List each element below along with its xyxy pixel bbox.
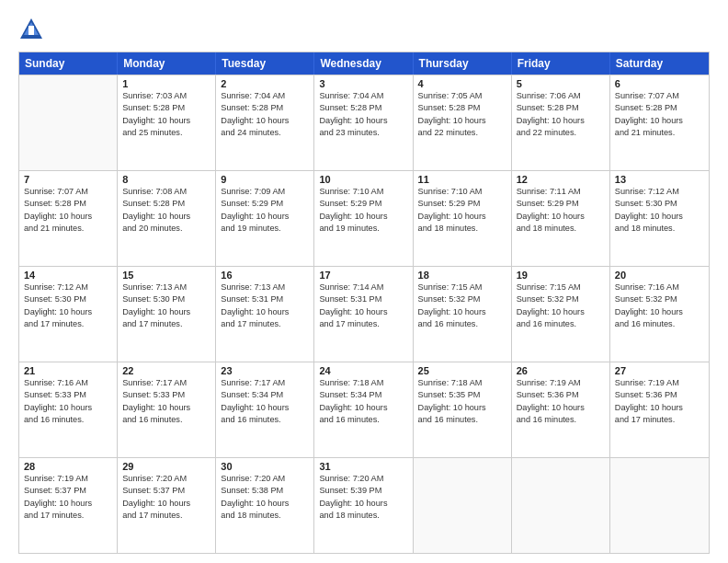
day-number: 1 [122,78,210,89]
day-cell-empty-0-0 [19,75,118,170]
day-number: 6 [615,78,704,89]
day-cell-5: 5Sunrise: 7:06 AM Sunset: 5:28 PM Daylig… [512,75,610,170]
day-info: Sunrise: 7:03 AM Sunset: 5:28 PM Dayligh… [122,90,210,139]
day-cell-19: 19Sunrise: 7:15 AM Sunset: 5:32 PM Dayli… [512,267,610,362]
day-cell-empty-4-4 [414,458,512,553]
day-number: 16 [221,270,309,281]
day-number: 13 [615,174,704,185]
day-info: Sunrise: 7:17 AM Sunset: 5:34 PM Dayligh… [221,377,309,426]
day-cell-1: 1Sunrise: 7:03 AM Sunset: 5:28 PM Daylig… [118,75,216,170]
day-info: Sunrise: 7:16 AM Sunset: 5:32 PM Dayligh… [615,282,704,330]
day-cell-empty-4-6 [610,458,709,553]
day-cell-30: 30Sunrise: 7:20 AM Sunset: 5:38 PM Dayli… [216,458,314,553]
day-number: 19 [517,270,605,281]
day-number: 4 [418,78,506,89]
day-cell-3: 3Sunrise: 7:04 AM Sunset: 5:28 PM Daylig… [314,75,413,170]
day-cell-31: 31Sunrise: 7:20 AM Sunset: 5:39 PM Dayli… [314,458,413,553]
day-number: 29 [122,461,210,472]
day-info: Sunrise: 7:10 AM Sunset: 5:29 PM Dayligh… [319,186,407,235]
day-cell-2: 2Sunrise: 7:04 AM Sunset: 5:28 PM Daylig… [216,75,314,170]
week-row-4: 28Sunrise: 7:19 AM Sunset: 5:37 PM Dayli… [19,457,709,553]
day-cell-26: 26Sunrise: 7:19 AM Sunset: 5:36 PM Dayli… [512,362,610,457]
day-cell-23: 23Sunrise: 7:17 AM Sunset: 5:34 PM Dayli… [216,362,314,457]
day-info: Sunrise: 7:19 AM Sunset: 5:36 PM Dayligh… [517,377,605,426]
day-info: Sunrise: 7:17 AM Sunset: 5:33 PM Dayligh… [122,377,210,426]
day-cell-4: 4Sunrise: 7:05 AM Sunset: 5:28 PM Daylig… [414,75,512,170]
day-number: 2 [221,78,309,89]
day-number: 22 [122,365,210,376]
day-cell-8: 8Sunrise: 7:08 AM Sunset: 5:28 PM Daylig… [118,171,216,266]
day-cell-28: 28Sunrise: 7:19 AM Sunset: 5:37 PM Dayli… [19,458,118,553]
day-number: 21 [24,365,112,376]
day-info: Sunrise: 7:14 AM Sunset: 5:31 PM Dayligh… [319,282,407,330]
logo-icon [18,17,44,42]
day-info: Sunrise: 7:20 AM Sunset: 5:39 PM Dayligh… [319,473,407,522]
calendar: SundayMondayTuesdayWednesdayThursdayFrid… [18,52,710,554]
week-row-0: 1Sunrise: 7:03 AM Sunset: 5:28 PM Daylig… [19,75,709,170]
day-cell-17: 17Sunrise: 7:14 AM Sunset: 5:31 PM Dayli… [314,267,413,362]
day-cell-22: 22Sunrise: 7:17 AM Sunset: 5:33 PM Dayli… [118,362,216,457]
day-info: Sunrise: 7:12 AM Sunset: 5:30 PM Dayligh… [615,186,704,235]
day-cell-21: 21Sunrise: 7:16 AM Sunset: 5:33 PM Dayli… [19,362,118,457]
day-info: Sunrise: 7:19 AM Sunset: 5:36 PM Dayligh… [615,377,704,426]
day-info: Sunrise: 7:07 AM Sunset: 5:28 PM Dayligh… [24,186,112,235]
day-number: 23 [221,365,309,376]
day-cell-6: 6Sunrise: 7:07 AM Sunset: 5:28 PM Daylig… [610,75,709,170]
week-row-1: 7Sunrise: 7:07 AM Sunset: 5:28 PM Daylig… [19,170,709,266]
page: SundayMondayTuesdayWednesdayThursdayFrid… [0,0,728,563]
day-info: Sunrise: 7:16 AM Sunset: 5:33 PM Dayligh… [24,377,112,426]
day-cell-7: 7Sunrise: 7:07 AM Sunset: 5:28 PM Daylig… [19,171,118,266]
day-number: 3 [319,78,407,89]
day-number: 25 [418,365,506,376]
day-cell-20: 20Sunrise: 7:16 AM Sunset: 5:32 PM Dayli… [610,267,709,362]
day-info: Sunrise: 7:15 AM Sunset: 5:32 PM Dayligh… [418,282,506,330]
day-info: Sunrise: 7:10 AM Sunset: 5:29 PM Dayligh… [418,186,506,235]
week-row-3: 21Sunrise: 7:16 AM Sunset: 5:33 PM Dayli… [19,362,709,457]
day-number: 9 [221,174,309,185]
day-cell-16: 16Sunrise: 7:13 AM Sunset: 5:31 PM Dayli… [216,267,314,362]
day-cell-9: 9Sunrise: 7:09 AM Sunset: 5:29 PM Daylig… [216,171,314,266]
day-info: Sunrise: 7:18 AM Sunset: 5:34 PM Dayligh… [319,377,407,426]
logo [18,17,48,42]
day-info: Sunrise: 7:15 AM Sunset: 5:32 PM Dayligh… [517,282,605,330]
day-number: 8 [122,174,210,185]
day-cell-14: 14Sunrise: 7:12 AM Sunset: 5:30 PM Dayli… [19,267,118,362]
day-number: 30 [221,461,309,472]
day-number: 17 [319,270,407,281]
day-cell-29: 29Sunrise: 7:20 AM Sunset: 5:37 PM Dayli… [118,458,216,553]
day-info: Sunrise: 7:18 AM Sunset: 5:35 PM Dayligh… [418,377,506,426]
day-cell-25: 25Sunrise: 7:18 AM Sunset: 5:35 PM Dayli… [414,362,512,457]
day-number: 12 [517,174,605,185]
day-number: 27 [615,365,704,376]
day-cell-12: 12Sunrise: 7:11 AM Sunset: 5:29 PM Dayli… [512,171,610,266]
header-day-friday: Friday [512,52,610,75]
day-number: 24 [319,365,407,376]
day-info: Sunrise: 7:20 AM Sunset: 5:37 PM Dayligh… [122,473,210,522]
day-cell-18: 18Sunrise: 7:15 AM Sunset: 5:32 PM Dayli… [414,267,512,362]
day-info: Sunrise: 7:09 AM Sunset: 5:29 PM Dayligh… [221,186,309,235]
day-number: 5 [517,78,605,89]
header-day-tuesday: Tuesday [216,52,314,75]
day-cell-10: 10Sunrise: 7:10 AM Sunset: 5:29 PM Dayli… [314,171,413,266]
day-info: Sunrise: 7:19 AM Sunset: 5:37 PM Dayligh… [24,473,112,522]
day-cell-empty-4-5 [512,458,610,553]
day-info: Sunrise: 7:07 AM Sunset: 5:28 PM Dayligh… [615,90,704,139]
day-cell-24: 24Sunrise: 7:18 AM Sunset: 5:34 PM Dayli… [314,362,413,457]
day-cell-13: 13Sunrise: 7:12 AM Sunset: 5:30 PM Dayli… [610,171,709,266]
day-number: 14 [24,270,112,281]
day-number: 28 [24,461,112,472]
day-cell-11: 11Sunrise: 7:10 AM Sunset: 5:29 PM Dayli… [414,171,512,266]
day-info: Sunrise: 7:13 AM Sunset: 5:31 PM Dayligh… [221,282,309,330]
week-row-2: 14Sunrise: 7:12 AM Sunset: 5:30 PM Dayli… [19,266,709,362]
calendar-header: SundayMondayTuesdayWednesdayThursdayFrid… [19,52,709,75]
header-day-thursday: Thursday [414,52,512,75]
day-info: Sunrise: 7:04 AM Sunset: 5:28 PM Dayligh… [221,90,309,139]
day-info: Sunrise: 7:08 AM Sunset: 5:28 PM Dayligh… [122,186,210,235]
day-info: Sunrise: 7:20 AM Sunset: 5:38 PM Dayligh… [221,473,309,522]
header-day-sunday: Sunday [19,52,118,75]
header-day-wednesday: Wednesday [314,52,413,75]
day-number: 18 [418,270,506,281]
day-cell-27: 27Sunrise: 7:19 AM Sunset: 5:36 PM Dayli… [610,362,709,457]
day-info: Sunrise: 7:05 AM Sunset: 5:28 PM Dayligh… [418,90,506,139]
day-number: 11 [418,174,506,185]
